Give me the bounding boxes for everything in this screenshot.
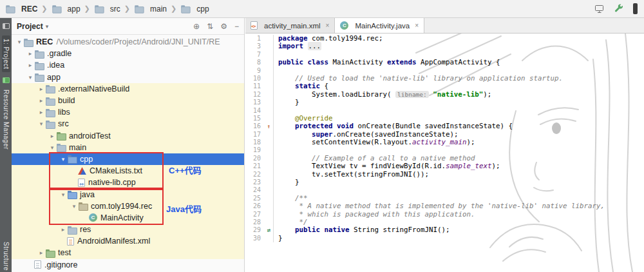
chevron-right-icon[interactable]: ▸ (26, 50, 34, 57)
line-number[interactable]: 21 (245, 162, 265, 170)
chevron-right-icon[interactable]: ▸ (26, 62, 34, 68)
tree-item-label: cpp (80, 155, 93, 164)
line-number[interactable]: 13 (245, 99, 265, 106)
line-number[interactable]: 9 (245, 67, 265, 75)
project-view-dropdown[interactable]: Project ▾ (17, 22, 48, 31)
breadcrumb-item-main[interactable]: main (134, 5, 167, 14)
chevron-right-icon[interactable]: ▸ (37, 97, 45, 104)
tree-item-native-lib.cpp[interactable]: native-lib.cpp (12, 177, 244, 188)
tree-item-main[interactable]: ▾main (12, 142, 244, 153)
tree-item-.gitignore[interactable]: .gitignore (12, 259, 244, 271)
chevron-down-icon[interactable]: ▾ (26, 74, 34, 81)
build-wrench-icon[interactable] (614, 4, 624, 14)
tree-item-.gradle[interactable]: ▸.gradle (12, 48, 244, 59)
code-line[interactable]: 30} (245, 235, 644, 242)
tree-item-test[interactable]: ▸test (12, 247, 244, 258)
editor-tab-bar: activity_main.xml×MainActivity.java× (245, 18, 644, 34)
line-number[interactable]: 15 (245, 115, 265, 122)
tree-item-MainActivity[interactable]: MainActivity (12, 212, 244, 224)
chevron-down-icon[interactable]: ▾ (59, 156, 67, 162)
line-number[interactable]: 18 (245, 139, 265, 146)
code-line[interactable]: 29⇄ public native String stringFromJNI()… (245, 226, 644, 234)
tree-item-java[interactable]: ▾java (12, 188, 244, 200)
chevron-down-icon[interactable]: ▾ (70, 203, 78, 209)
tree-item-build[interactable]: ▸build (12, 95, 244, 106)
tree-item-com.toly1994.rec[interactable]: ▾com.toly1994.rec (12, 200, 244, 212)
line-number[interactable]: 20 (245, 155, 265, 162)
line-number[interactable]: 22 (245, 171, 265, 179)
line-number[interactable]: 17 (245, 131, 265, 139)
tree-item-CMakeLists.txt[interactable]: CMakeLists.txt (12, 165, 244, 177)
tree-item-REC[interactable]: ▾REC /Volumes/coder/Project/Android/JNI_… (12, 36, 244, 48)
device-monitor-icon[interactable] (594, 4, 605, 14)
collapse-all-icon[interactable]: ⇅ (207, 23, 213, 30)
tool-tab-structure[interactable]: Structure (3, 242, 10, 271)
line-number[interactable]: 23 (245, 179, 265, 186)
chevron-right-icon[interactable]: ▸ (48, 133, 56, 139)
tree-item-.externalNativeBuild[interactable]: ▸.externalNativeBuild (12, 83, 244, 95)
line-number[interactable]: 26 (245, 202, 265, 210)
line-number[interactable]: 12 (245, 91, 265, 99)
chevron-right-icon[interactable]: ▸ (59, 226, 67, 233)
code-line[interactable]: 23 } (245, 179, 644, 186)
breadcrumb-separator-icon: ❯ (124, 5, 130, 13)
breadcrumb-item-src[interactable]: src (94, 5, 120, 14)
line-number[interactable]: 16 (245, 122, 265, 130)
chevron-down-icon[interactable]: ▾ (15, 39, 23, 45)
line-number[interactable]: 11 (245, 83, 265, 90)
tree-item-cpp[interactable]: ▾cpp (12, 153, 244, 165)
line-number[interactable]: 28 (245, 219, 265, 226)
native-gutter-icon[interactable]: ⇄ (265, 226, 274, 234)
line-number[interactable]: 3 (245, 43, 265, 50)
tab-activity_main.xml[interactable]: activity_main.xml× (245, 18, 335, 33)
tree-item-res[interactable]: ▸res (12, 224, 244, 235)
line-number[interactable]: 24 (245, 186, 265, 194)
chevron-right-icon[interactable]: ▸ (37, 249, 45, 256)
code-line[interactable]: 18 setContentView(R.layout.activity_main… (245, 139, 644, 146)
tree-item-AndroidManifest.xml[interactable]: AndroidManifest.xml (12, 235, 244, 247)
chevron-down-icon[interactable]: ▾ (59, 191, 67, 198)
line-number[interactable]: 30 (245, 235, 265, 242)
breadcrumb-item-app[interactable]: app (52, 5, 80, 14)
chevron-right-icon[interactable]: ▸ (37, 86, 45, 92)
locate-icon[interactable]: ⊕ (193, 23, 200, 30)
manifest-icon (67, 237, 74, 246)
chevron-right-icon[interactable]: ▸ (37, 109, 45, 115)
line-number[interactable]: 10 (245, 75, 265, 83)
tree-item-androidTest[interactable]: ▸androidTest (12, 130, 244, 142)
hide-icon[interactable]: − (234, 23, 239, 30)
close-tab-icon[interactable]: × (326, 22, 330, 29)
code-line[interactable]: 8public class MainActivity extends AppCo… (245, 59, 644, 66)
tree-item-.idea[interactable]: ▸.idea (12, 59, 244, 71)
code-line[interactable]: 12 System.loadLibrary( libname: "native-… (245, 91, 644, 99)
line-number[interactable]: 27 (245, 211, 265, 219)
close-tab-icon[interactable]: × (415, 22, 419, 29)
settings-icon[interactable]: ⚙ (220, 23, 227, 30)
chevron-down-icon[interactable]: ▾ (37, 121, 45, 127)
code-line[interactable]: 22 tv.setText(stringFromJNI()); (245, 171, 644, 179)
override-gutter-icon[interactable]: ↑ (265, 122, 274, 130)
line-number[interactable]: 1 (245, 35, 265, 43)
line-number[interactable]: 19 (245, 146, 265, 154)
code-line[interactable]: 3import ... (245, 43, 644, 50)
line-number[interactable]: 7 (245, 51, 265, 59)
tool-window-bar: 1: Project Resource Manager Structure (0, 18, 12, 272)
more-icon[interactable] (633, 3, 638, 14)
tool-tab-resource-manager[interactable]: Resource Manager (3, 90, 10, 150)
line-number[interactable]: 8 (245, 59, 265, 66)
tab-MainActivity.java[interactable]: MainActivity.java× (335, 18, 424, 33)
code-line[interactable]: 13 } (245, 99, 644, 106)
chevron-down-icon[interactable]: ▾ (48, 144, 56, 151)
resource-manager-icon[interactable] (3, 77, 10, 83)
tree-item-label: native-lib.cpp (88, 178, 136, 187)
line-number[interactable]: 14 (245, 107, 265, 115)
tree-item-app[interactable]: ▾app (12, 72, 244, 83)
line-number[interactable]: 25 (245, 195, 265, 202)
breadcrumb-item-cpp[interactable]: cpp (180, 5, 209, 14)
tool-tab-project[interactable]: 1: Project (2, 35, 10, 72)
project-tool-icon[interactable] (3, 23, 10, 29)
breadcrumb-item-REC[interactable]: REC (5, 5, 37, 14)
line-number[interactable]: 29 (245, 226, 265, 234)
tree-item-src[interactable]: ▾src (12, 118, 244, 130)
tree-item-libs[interactable]: ▸libs (12, 106, 244, 118)
